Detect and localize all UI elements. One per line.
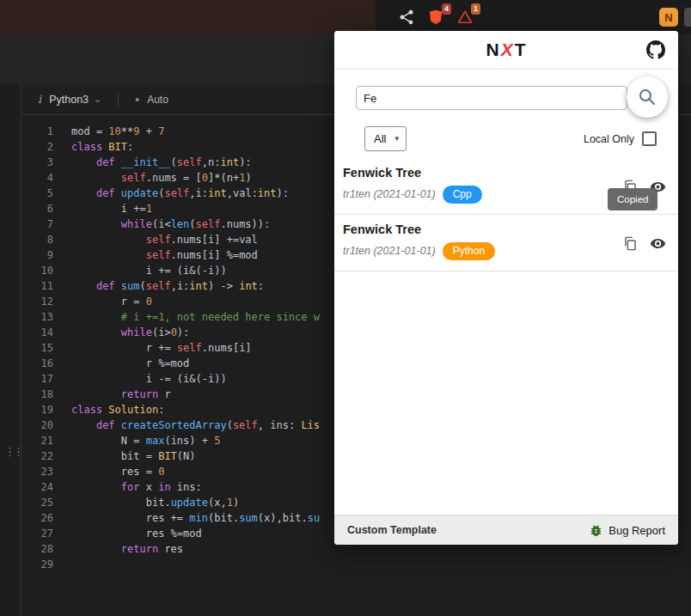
left-rail: ⋮⋮ xyxy=(0,84,21,616)
result-lang-chip: Cpp xyxy=(443,186,482,204)
language-selector[interactable]: Python3 xyxy=(49,94,89,106)
line-number: 6 xyxy=(22,201,53,217)
browser-topbar: 4 1 N xyxy=(0,0,691,34)
line-number: 15 xyxy=(22,340,53,356)
popup-footer: Custom Template Bug Report xyxy=(334,515,678,545)
line-number: 28 xyxy=(22,541,53,557)
cropped-icon xyxy=(684,8,691,27)
line-number: 3 xyxy=(22,155,53,170)
search-row xyxy=(334,70,678,110)
line-number: 23 xyxy=(22,464,53,479)
extension-popup: NXT All ▾ Local Only Fenwick Tree tr1ten… xyxy=(334,31,678,545)
line-number: 11 xyxy=(22,278,53,294)
result-item[interactable]: Fenwick Tree tr1ten (2021-01-01) Python xyxy=(334,215,678,271)
toolbar-divider xyxy=(118,93,119,107)
extension-avatar[interactable]: N xyxy=(659,8,678,27)
select-arrow-icon: ▾ xyxy=(394,132,399,145)
line-number: 22 xyxy=(22,448,53,464)
line-number: 27 xyxy=(22,526,53,541)
shield-badge: 4 xyxy=(442,3,451,15)
custom-template-link[interactable]: Custom Template xyxy=(347,524,437,536)
line-number: 29 xyxy=(22,557,53,572)
line-number: 24 xyxy=(22,479,53,495)
chevron-down-icon[interactable]: ⌄ xyxy=(94,94,101,105)
search-button[interactable] xyxy=(627,76,668,118)
line-number: 4 xyxy=(22,170,53,186)
line-number: 12 xyxy=(22,294,53,309)
logo-letter: X xyxy=(501,40,514,59)
topbar-icons-area: 4 1 N xyxy=(376,0,691,34)
line-number: 8 xyxy=(22,232,53,247)
info-icon[interactable]: i xyxy=(38,93,41,106)
extension-alert-icon[interactable]: 1 xyxy=(456,9,474,26)
line-number: 18 xyxy=(22,387,53,402)
bug-icon xyxy=(589,523,603,538)
code-line: 29 xyxy=(22,557,691,572)
eye-icon[interactable] xyxy=(650,235,666,252)
result-actions xyxy=(622,235,666,252)
github-icon[interactable] xyxy=(646,40,665,59)
browser-window: 4 1 N i Python3 ⌄ • Auto ⋮⋮ 1mod = 10**9… xyxy=(0,0,691,616)
result-meta: tr1ten (2021-01-01) xyxy=(343,245,436,257)
results-list: Fenwick Tree tr1ten (2021-01-01) Cpp Fen… xyxy=(334,158,678,271)
brave-shield-icon[interactable]: 4 xyxy=(427,9,444,26)
search-input[interactable] xyxy=(356,86,627,110)
line-number: 9 xyxy=(22,247,53,263)
popup-header: NXT xyxy=(334,31,678,70)
local-only-checkbox[interactable] xyxy=(642,131,657,146)
search-icon xyxy=(637,87,657,107)
result-meta: tr1ten (2021-01-01) xyxy=(343,188,436,200)
logo-letter: T xyxy=(515,40,527,59)
share-icon[interactable] xyxy=(398,9,415,26)
line-number: 1 xyxy=(22,124,53,139)
topbar-theme-area xyxy=(0,0,376,34)
autosave-label: Auto xyxy=(147,94,168,106)
result-title: Fenwick Tree xyxy=(343,223,665,237)
line-number: 20 xyxy=(22,418,53,433)
result-title: Fenwick Tree xyxy=(343,166,665,180)
line-number: 10 xyxy=(22,263,53,278)
line-number: 13 xyxy=(22,309,53,325)
alert-badge: 1 xyxy=(471,3,480,15)
filter-row: All ▾ Local Only xyxy=(364,126,657,151)
result-lang-chip: Python xyxy=(443,242,495,260)
logo-letter: N xyxy=(486,40,499,59)
line-number: 5 xyxy=(22,186,53,201)
copy-icon[interactable] xyxy=(622,235,639,252)
line-number: 17 xyxy=(22,371,53,387)
filter-select[interactable]: All ▾ xyxy=(364,126,407,151)
line-number: 16 xyxy=(22,356,53,371)
line-number: 26 xyxy=(22,510,53,526)
line-number: 19 xyxy=(22,402,53,418)
bug-report-link[interactable]: Bug Report xyxy=(608,524,665,537)
autosave-dot: • xyxy=(135,93,139,107)
line-number: 14 xyxy=(22,325,53,340)
line-number: 21 xyxy=(22,433,53,448)
local-only-label: Local Only xyxy=(584,133,634,145)
resize-grip[interactable]: ⋮⋮ xyxy=(4,445,21,458)
copied-tooltip: Copied xyxy=(608,188,657,210)
nxt-logo: NXT xyxy=(486,40,526,60)
line-number: 7 xyxy=(22,217,53,232)
result-meta-row: tr1ten (2021-01-01) Python xyxy=(343,242,665,259)
filter-selected-value: All xyxy=(374,132,386,145)
line-number: 2 xyxy=(22,139,53,155)
line-number: 25 xyxy=(22,495,53,510)
